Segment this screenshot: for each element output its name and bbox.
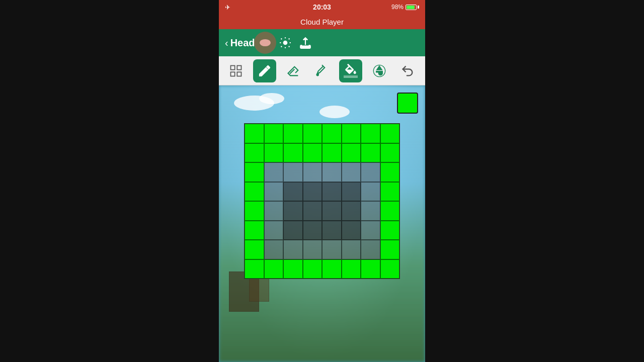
share-button[interactable] xyxy=(295,33,315,53)
title-bar: Cloud Player xyxy=(219,14,425,29)
pixel-cell[interactable] xyxy=(380,259,400,279)
pixel-cell[interactable] xyxy=(342,124,361,143)
color-swatch-button[interactable] xyxy=(397,93,418,114)
grid-icon xyxy=(229,64,243,78)
pixel-cell[interactable] xyxy=(264,259,284,279)
pencil-tool-button[interactable] xyxy=(253,59,276,82)
pixel-cell[interactable] xyxy=(342,221,361,240)
status-time: 20:03 xyxy=(313,3,331,11)
pixel-cell[interactable] xyxy=(245,221,264,240)
pipette-tool-button[interactable] xyxy=(310,59,334,82)
pencil-icon xyxy=(258,64,272,78)
pixel-cell[interactable] xyxy=(342,240,361,259)
pixel-cell[interactable] xyxy=(322,124,342,143)
undo-icon xyxy=(400,64,415,78)
pixel-cell[interactable] xyxy=(361,162,380,182)
status-right: 98% xyxy=(391,4,419,11)
back-button[interactable]: ‹ Head xyxy=(225,37,255,49)
pixel-cell[interactable] xyxy=(264,143,284,163)
pixel-cell[interactable] xyxy=(303,259,323,279)
pixel-cell[interactable] xyxy=(361,143,380,163)
pixel-cell[interactable] xyxy=(303,201,323,221)
bucket-icon xyxy=(372,64,386,78)
battery-fill xyxy=(407,6,415,9)
svg-point-0 xyxy=(260,40,270,46)
cloud xyxy=(259,93,284,104)
undo-button[interactable] xyxy=(396,59,419,82)
pixel-cell[interactable] xyxy=(283,162,303,182)
pixel-cell[interactable] xyxy=(303,162,323,182)
svg-rect-5 xyxy=(231,72,235,76)
settings-button[interactable] xyxy=(275,33,295,53)
pixel-cell[interactable] xyxy=(380,162,400,182)
pixel-cell[interactable] xyxy=(303,182,323,202)
pixel-cell[interactable] xyxy=(303,124,323,143)
pixel-cell[interactable] xyxy=(322,201,342,221)
eye-button[interactable] xyxy=(255,33,275,53)
status-bar: ✈ 20:03 98% xyxy=(219,0,425,14)
pixel-cell[interactable] xyxy=(380,124,400,143)
bucket-tool-button[interactable] xyxy=(368,59,391,82)
pixel-cell[interactable] xyxy=(245,201,264,221)
eraser-tool-button[interactable] xyxy=(282,59,305,82)
pixel-cell[interactable] xyxy=(245,182,264,202)
pixel-cell[interactable] xyxy=(283,221,303,240)
pixel-cell[interactable] xyxy=(283,240,303,259)
pixel-cell[interactable] xyxy=(245,240,264,259)
fill-tool-button[interactable] xyxy=(339,59,362,82)
cloud xyxy=(319,106,350,118)
pixel-cell[interactable] xyxy=(283,182,303,202)
pixel-cell[interactable] xyxy=(380,221,400,240)
pixel-cell[interactable] xyxy=(245,124,264,143)
pixel-cell[interactable] xyxy=(342,143,361,163)
pixel-cell[interactable] xyxy=(342,162,361,182)
pixel-cell[interactable] xyxy=(264,182,284,202)
pixel-cell[interactable] xyxy=(361,240,380,259)
svg-rect-4 xyxy=(237,65,242,69)
pixel-cell[interactable] xyxy=(361,201,380,221)
pixel-cell[interactable] xyxy=(283,259,303,279)
pixel-cell[interactable] xyxy=(245,259,264,279)
pixel-cell[interactable] xyxy=(303,143,323,163)
pixel-cell[interactable] xyxy=(264,240,284,259)
pipette-icon xyxy=(315,64,329,78)
airplane-icon: ✈ xyxy=(225,4,230,11)
pixel-cell[interactable] xyxy=(322,221,342,240)
pixel-cell[interactable] xyxy=(380,143,400,163)
pixel-cell[interactable] xyxy=(283,201,303,221)
pixel-cell[interactable] xyxy=(283,143,303,163)
pixel-cell[interactable] xyxy=(303,240,323,259)
svg-point-1 xyxy=(264,41,266,44)
grid-tool-button[interactable] xyxy=(224,59,248,82)
pixel-cell[interactable] xyxy=(342,201,361,221)
pixel-cell[interactable] xyxy=(380,182,400,202)
pixel-cell[interactable] xyxy=(303,221,323,240)
pixel-cell[interactable] xyxy=(322,259,342,279)
pixel-cell[interactable] xyxy=(361,221,380,240)
battery-icon xyxy=(406,5,419,10)
pixel-cell[interactable] xyxy=(361,124,380,143)
pixel-cell[interactable] xyxy=(264,162,284,182)
pixel-cell[interactable] xyxy=(342,259,361,279)
pixel-cell[interactable] xyxy=(245,162,264,182)
pixel-cell[interactable] xyxy=(322,240,342,259)
toolbar xyxy=(219,56,425,85)
pixel-cell[interactable] xyxy=(283,124,303,143)
pixel-cell[interactable] xyxy=(264,201,284,221)
pixel-cell[interactable] xyxy=(361,259,380,279)
pixel-cell[interactable] xyxy=(322,143,342,163)
pixel-cell[interactable] xyxy=(322,182,342,202)
pixel-cell[interactable] xyxy=(342,182,361,202)
pixel-grid[interactable] xyxy=(244,123,400,279)
svg-point-9 xyxy=(316,73,318,75)
pixel-cell[interactable] xyxy=(361,182,380,202)
pixel-cell[interactable] xyxy=(264,221,284,240)
pixel-cell[interactable] xyxy=(264,124,284,143)
pixel-cell[interactable] xyxy=(380,201,400,221)
pixel-cell[interactable] xyxy=(245,143,264,163)
canvas-area xyxy=(219,85,425,362)
app-name: Cloud Player xyxy=(300,18,344,26)
pixel-cell[interactable] xyxy=(322,162,342,182)
pixel-cell[interactable] xyxy=(380,240,400,259)
svg-rect-3 xyxy=(231,65,235,69)
